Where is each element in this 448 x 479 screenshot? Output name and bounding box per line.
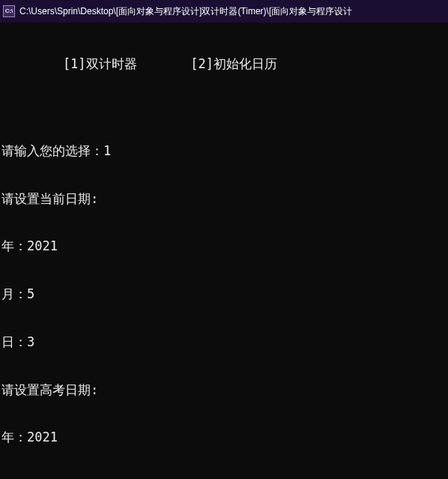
cur-year: 年：2021 — [1, 238, 447, 254]
menu-options: [1]双计时器 [2]初始化日历 — [1, 56, 447, 72]
blank-line — [1, 103, 447, 111]
window-titlebar[interactable]: C:\ C:\Users\Sprin\Desktop\[面向对象与程序设计]双计… — [0, 0, 448, 22]
app-icon: C:\ — [3, 5, 15, 17]
cur-month: 月：5 — [1, 286, 447, 302]
prompt-set-current: 请设置当前日期: — [1, 191, 447, 207]
prompt-choice: 请输入您的选择：1 — [1, 143, 447, 159]
cur-day: 日：3 — [1, 334, 447, 350]
prompt-set-exam: 请设置高考日期: — [1, 382, 447, 398]
window-title: C:\Users\Sprin\Desktop\[面向对象与程序设计]双计时器(T… — [19, 6, 352, 17]
exam-year: 年：2021 — [1, 430, 447, 445]
console-output[interactable]: [1]双计时器 [2]初始化日历 请输入您的选择：1 请设置当前日期: 年：20… — [0, 22, 448, 479]
